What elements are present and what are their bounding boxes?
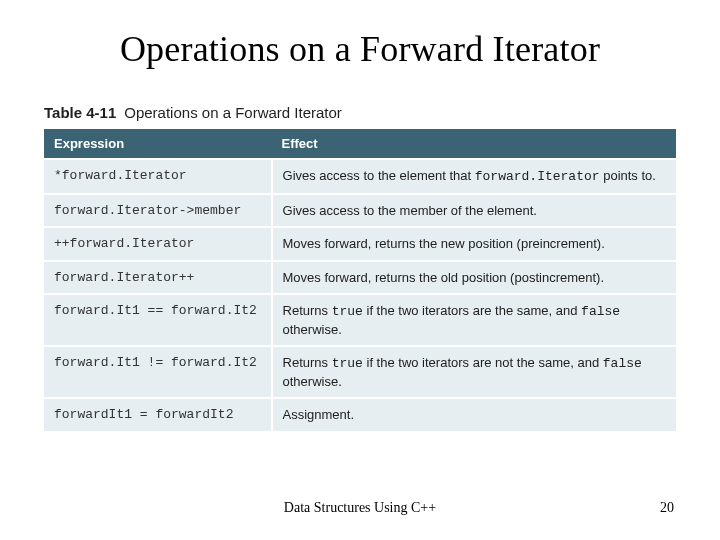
- table-row: forward.Iterator->member Gives access to…: [44, 194, 676, 228]
- effect-cell: Gives access to the element that forward…: [272, 159, 676, 194]
- col-header-expression: Expression: [44, 129, 272, 159]
- expr-cell: forwardIt1 = forwardIt2: [44, 398, 272, 431]
- table-header-row: Expression Effect: [44, 129, 676, 159]
- table-caption: Table 4-11Operations on a Forward Iterat…: [44, 104, 676, 121]
- effect-cell: Moves forward, returns the old position …: [272, 261, 676, 295]
- operations-table: Expression Effect *forward.Iterator Give…: [44, 129, 676, 431]
- table-number: Table 4-11: [44, 104, 116, 121]
- table-row: forward.Iterator++ Moves forward, return…: [44, 261, 676, 295]
- footer-text: Data Structures Using C++: [0, 500, 720, 516]
- table-row: ++forward.Iterator Moves forward, return…: [44, 227, 676, 261]
- slide-title: Operations on a Forward Iterator: [0, 0, 720, 80]
- expr-cell: forward.Iterator->member: [44, 194, 272, 228]
- effect-cell: Gives access to the member of the elemen…: [272, 194, 676, 228]
- effect-cell: Returns true if the two iterators are th…: [272, 294, 676, 346]
- effect-cell: Assignment.: [272, 398, 676, 431]
- table-container: Table 4-11Operations on a Forward Iterat…: [44, 104, 676, 431]
- effect-cell: Returns true if the two iterators are no…: [272, 346, 676, 398]
- slide: Operations on a Forward Iterator Table 4…: [0, 0, 720, 540]
- table-row: forward.It1 == forward.It2 Returns true …: [44, 294, 676, 346]
- slide-footer: Data Structures Using C++ 20: [0, 500, 720, 520]
- expr-cell: forward.Iterator++: [44, 261, 272, 295]
- effect-cell: Moves forward, returns the new position …: [272, 227, 676, 261]
- page-number: 20: [660, 500, 674, 516]
- table-row: forward.It1 != forward.It2 Returns true …: [44, 346, 676, 398]
- expr-cell: forward.It1 != forward.It2: [44, 346, 272, 398]
- expr-cell: *forward.Iterator: [44, 159, 272, 194]
- expr-cell: forward.It1 == forward.It2: [44, 294, 272, 346]
- table-row: *forward.Iterator Gives access to the el…: [44, 159, 676, 194]
- table-caption-title: Operations on a Forward Iterator: [124, 104, 342, 121]
- table-row: forwardIt1 = forwardIt2 Assignment.: [44, 398, 676, 431]
- col-header-effect: Effect: [272, 129, 676, 159]
- expr-cell: ++forward.Iterator: [44, 227, 272, 261]
